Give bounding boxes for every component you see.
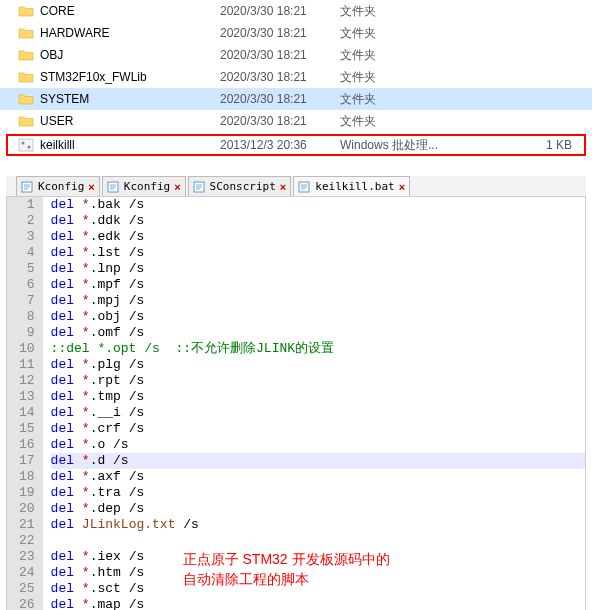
line-number: 8 <box>19 309 35 325</box>
code-line[interactable]: del *.obj /s <box>51 309 585 325</box>
line-number: 17 <box>19 453 35 469</box>
code-line[interactable]: del *.omf /s <box>51 325 585 341</box>
code-line[interactable]: del *.crf /s <box>51 421 585 437</box>
file-date: 2020/3/30 18:21 <box>220 48 340 62</box>
line-number: 12 <box>19 373 35 389</box>
code-line[interactable]: del *.bak /s <box>51 197 585 213</box>
file-icon <box>193 181 207 193</box>
line-number: 10 <box>19 341 35 357</box>
line-gutter: 1234567891011121314151617181920212223242… <box>7 197 43 610</box>
code-line[interactable]: del *.axf /s <box>51 469 585 485</box>
file-row[interactable]: HARDWARE2020/3/30 18:21文件夹 <box>0 22 592 44</box>
editor-tabs: Kconfig×Kconfig×SConscript×keilkill.bat× <box>6 176 586 197</box>
line-number: 25 <box>19 581 35 597</box>
code-line[interactable]: del *.lnp /s <box>51 261 585 277</box>
file-row[interactable]: STM32F10x_FWLib2020/3/30 18:21文件夹 <box>0 66 592 88</box>
file-size: 1 KB <box>450 138 584 152</box>
file-icon <box>298 181 312 193</box>
svg-rect-0 <box>19 139 33 151</box>
file-date: 2020/3/30 18:21 <box>220 26 340 40</box>
close-icon[interactable]: × <box>88 181 94 193</box>
file-list: CORE2020/3/30 18:21文件夹HARDWARE2020/3/30 … <box>0 0 592 156</box>
folder-icon <box>18 48 34 62</box>
line-number: 24 <box>19 565 35 581</box>
code-line[interactable]: del *.map /s <box>51 597 585 610</box>
file-name: keilkilll <box>40 138 220 152</box>
editor-tab[interactable]: Kconfig× <box>102 176 186 196</box>
code-line[interactable]: del *.plg /s <box>51 357 585 373</box>
file-date: 2020/3/30 18:21 <box>220 70 340 84</box>
line-number: 20 <box>19 501 35 517</box>
folder-icon <box>18 26 34 40</box>
folder-icon <box>18 92 34 106</box>
tab-label: Kconfig <box>38 180 84 193</box>
tab-label: SConscript <box>210 180 276 193</box>
file-row[interactable]: CORE2020/3/30 18:21文件夹 <box>0 0 592 22</box>
code-line[interactable]: del *.d /s <box>51 453 585 469</box>
code-line[interactable]: del *.tra /s <box>51 485 585 501</box>
line-number: 2 <box>19 213 35 229</box>
file-date: 2020/3/30 18:21 <box>220 92 340 106</box>
file-name: USER <box>40 114 220 128</box>
code-line[interactable]: del *.edk /s <box>51 229 585 245</box>
code-line[interactable]: del *.o /s <box>51 437 585 453</box>
line-number: 1 <box>19 197 35 213</box>
file-name: CORE <box>40 4 220 18</box>
code-area[interactable]: 正点原子 STM32 开发板源码中的 自动清除工程的脚本 del *.bak /… <box>43 197 585 610</box>
svg-point-2 <box>28 146 31 149</box>
folder-icon <box>18 4 34 18</box>
editor-tab[interactable]: keilkill.bat× <box>293 176 410 196</box>
file-name: OBJ <box>40 48 220 62</box>
file-row[interactable]: SYSTEM2020/3/30 18:21文件夹 <box>0 88 592 110</box>
line-number: 4 <box>19 245 35 261</box>
file-type: Windows 批处理... <box>340 137 450 154</box>
editor-tab[interactable]: SConscript× <box>188 176 292 196</box>
code-line[interactable]: del *.lst /s <box>51 245 585 261</box>
line-number: 22 <box>19 533 35 549</box>
file-name: SYSTEM <box>40 92 220 106</box>
line-number: 13 <box>19 389 35 405</box>
file-type: 文件夹 <box>340 69 450 86</box>
code-line[interactable]: del *.mpj /s <box>51 293 585 309</box>
close-icon[interactable]: × <box>399 181 405 193</box>
line-number: 23 <box>19 549 35 565</box>
line-number: 19 <box>19 485 35 501</box>
code-line[interactable]: del *.dep /s <box>51 501 585 517</box>
tab-label: Kconfig <box>124 180 170 193</box>
file-type: 文件夹 <box>340 47 450 64</box>
code-line[interactable]: del *.__i /s <box>51 405 585 421</box>
code-line[interactable]: ::del *.opt /s ::不允许删除JLINK的设置 <box>51 341 585 357</box>
file-row[interactable]: OBJ2020/3/30 18:21文件夹 <box>0 44 592 66</box>
code-editor[interactable]: 1234567891011121314151617181920212223242… <box>6 197 586 610</box>
file-date: 2020/3/30 18:21 <box>220 114 340 128</box>
line-number: 21 <box>19 517 35 533</box>
folder-icon <box>18 70 34 84</box>
close-icon[interactable]: × <box>280 181 286 193</box>
folder-icon <box>18 114 34 128</box>
file-row[interactable]: keilkilll2013/12/3 20:36Windows 批处理...1 … <box>6 134 586 156</box>
code-line[interactable]: del *.ddk /s <box>51 213 585 229</box>
code-line[interactable]: del *.tmp /s <box>51 389 585 405</box>
editor-tab[interactable]: Kconfig× <box>16 176 100 196</box>
close-icon[interactable]: × <box>174 181 180 193</box>
file-type: 文件夹 <box>340 91 450 108</box>
file-date: 2020/3/30 18:21 <box>220 4 340 18</box>
file-type: 文件夹 <box>340 113 450 130</box>
annotation-text: 正点原子 STM32 开发板源码中的 自动清除工程的脚本 <box>183 549 390 589</box>
line-number: 6 <box>19 277 35 293</box>
code-line[interactable]: del *.rpt /s <box>51 373 585 389</box>
svg-point-1 <box>22 142 25 145</box>
line-number: 11 <box>19 357 35 373</box>
line-number: 5 <box>19 261 35 277</box>
file-date: 2013/12/3 20:36 <box>220 138 340 152</box>
tab-label: keilkill.bat <box>315 180 394 193</box>
file-name: STM32F10x_FWLib <box>40 70 220 84</box>
file-name: HARDWARE <box>40 26 220 40</box>
file-type: 文件夹 <box>340 25 450 42</box>
line-number: 7 <box>19 293 35 309</box>
file-row[interactable]: USER2020/3/30 18:21文件夹 <box>0 110 592 132</box>
code-line[interactable]: del JLinkLog.txt /s <box>51 517 585 533</box>
bat-file-icon <box>18 138 34 152</box>
code-line[interactable]: del *.mpf /s <box>51 277 585 293</box>
code-line[interactable] <box>51 533 585 549</box>
